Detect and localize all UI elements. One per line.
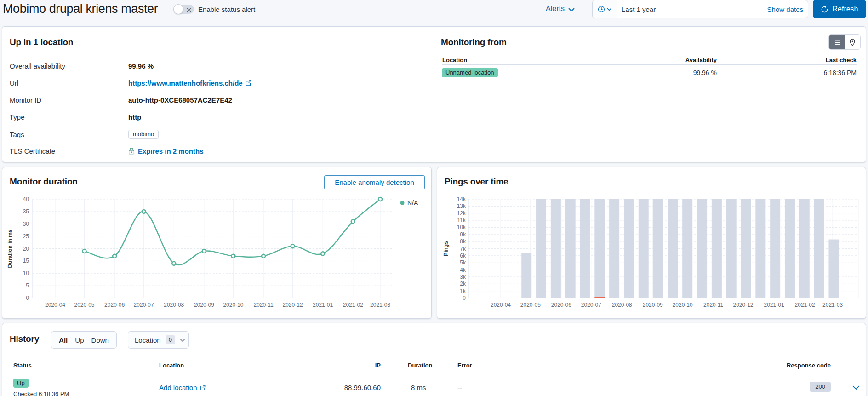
monitor-duration-panel: Monitor duration Enable anomaly detectio… [2,167,432,319]
type-label: Type [10,113,25,121]
refresh-icon [821,6,828,13]
history-col-ip: IP [352,362,381,369]
svg-text:5: 5 [26,282,29,289]
svg-text:2020-06: 2020-06 [104,302,125,308]
monitor-url-link[interactable]: https://www.mattenhofkriens.ch/de [128,79,243,87]
tag-badge[interactable]: mobimo [128,130,159,139]
svg-text:40: 40 [23,196,29,202]
history-duration-cell: 8 ms [411,384,426,391]
alerts-menu-button[interactable]: Alerts [546,5,575,13]
chevron-down-icon [607,8,611,11]
filter-all-button[interactable]: All [59,336,68,344]
history-col-error: Error [457,362,472,369]
add-location-link[interactable]: Add location [159,384,206,391]
history-col-duration: Duration [408,362,432,369]
pings-over-time-panel: Pings over time 01k2k3k4k5k6k7k8k9k10k11… [437,167,866,319]
svg-text:4k: 4k [460,267,466,273]
svg-text:2020-05: 2020-05 [520,302,541,308]
table-divider [10,374,859,374]
history-col-status: Status [13,362,32,369]
external-link-icon [200,385,206,390]
svg-text:10: 10 [23,270,29,276]
table-divider [442,64,857,65]
monitoring-panel-title: Monitoring from [441,37,507,47]
svg-text:2021-01: 2021-01 [764,302,784,308]
list-icon [833,39,840,46]
map-pin-icon [849,39,856,46]
history-error-cell: -- [457,384,462,391]
svg-text:13k: 13k [457,203,466,209]
history-ip-cell: 88.99.60.60 [326,384,381,391]
last-check-cell: 6:18:36 PM [823,69,857,76]
svg-text:2k: 2k [460,281,466,287]
page-title: Mobimo drupal kriens master [3,2,158,16]
svg-text:20: 20 [23,246,29,252]
date-range-value[interactable]: Last 1 year [622,6,767,13]
svg-text:2021-03: 2021-03 [822,302,843,308]
svg-text:Duration in ms: Duration in ms [7,229,13,268]
pings-over-time-chart[interactable]: 01k2k3k4k5k6k7k8k9k10k11k12k13k14k2020-0… [437,167,867,319]
filter-up-button[interactable]: Up [75,336,84,344]
svg-text:25: 25 [23,233,29,240]
chevron-down-icon [852,385,860,390]
map-view-button[interactable] [845,35,860,49]
monitoring-col-availability[interactable]: Availability [685,57,717,63]
svg-text:0: 0 [463,295,466,301]
svg-text:2020-05: 2020-05 [74,302,94,308]
monitor-duration-chart[interactable]: 05101520253035402020-042020-052020-06202… [2,167,432,319]
svg-text:2020-04: 2020-04 [45,302,65,308]
date-quick-select-button[interactable] [593,0,617,18]
history-col-response-code: Response code [739,362,831,369]
monitoring-col-last-check[interactable]: Last check [826,57,857,63]
monitor-id-label: Monitor ID [10,96,41,104]
svg-text:2020-11: 2020-11 [253,302,273,308]
tags-label: Tags [10,131,24,138]
svg-text:30: 30 [23,221,29,227]
status-alert-toggle[interactable] [174,5,194,14]
svg-text:2020-09: 2020-09 [194,302,214,308]
history-panel: History All Up Down Location 0 Status Lo… [2,323,866,396]
svg-text:9k: 9k [460,231,466,238]
location-filter-label: Location [135,336,161,344]
tls-label: TLS Certificate [10,147,55,155]
clock-icon [598,6,605,13]
svg-text:14k: 14k [457,196,466,202]
availability-cell: 99.96 % [693,69,717,76]
svg-text:0: 0 [26,295,29,301]
svg-text:1k: 1k [460,288,466,294]
show-dates-button[interactable]: Show dates [767,6,803,13]
list-view-button[interactable] [829,35,845,49]
svg-text:2021-02: 2021-02 [343,302,363,308]
svg-text:2020-11: 2020-11 [703,302,723,308]
history-status-badge: Up [13,379,29,388]
tls-value: Expires in 2 months [128,147,204,155]
chevron-down-icon [568,8,575,12]
svg-text:2020-08: 2020-08 [612,302,632,308]
svg-text:2020-04: 2020-04 [491,302,511,308]
monitoring-col-location[interactable]: Location [442,57,467,63]
url-label: Url [10,79,18,87]
expand-row-button[interactable] [851,382,862,393]
svg-text:10k: 10k [457,224,466,230]
external-link-icon [246,80,251,86]
svg-text:2020-09: 2020-09 [643,302,663,308]
type-value: http [128,113,141,121]
svg-text:15: 15 [23,258,29,264]
svg-text:8k: 8k [460,238,466,245]
svg-text:Pings: Pings [443,241,449,256]
toggle-knob [173,4,183,14]
tls-certificate-link[interactable]: Expires in 2 months [138,147,204,155]
svg-text:2020-10: 2020-10 [223,302,243,308]
svg-text:2021-01: 2021-01 [313,302,333,308]
history-panel-title: History [10,334,39,344]
filter-down-button[interactable]: Down [91,336,109,344]
refresh-button[interactable]: Refresh [813,0,866,18]
svg-text:12k: 12k [457,210,466,217]
svg-text:5k: 5k [460,259,466,266]
monitor-id-value: auto-http-0XCE68057AC2E7E42 [128,96,232,104]
lock-icon [128,148,135,155]
svg-text:2021-02: 2021-02 [795,302,815,308]
monitor-status-panel: Up in 1 location Overall availability 99… [2,26,866,162]
location-filter-button[interactable]: Location 0 [128,331,189,349]
cross-icon [186,6,192,15]
